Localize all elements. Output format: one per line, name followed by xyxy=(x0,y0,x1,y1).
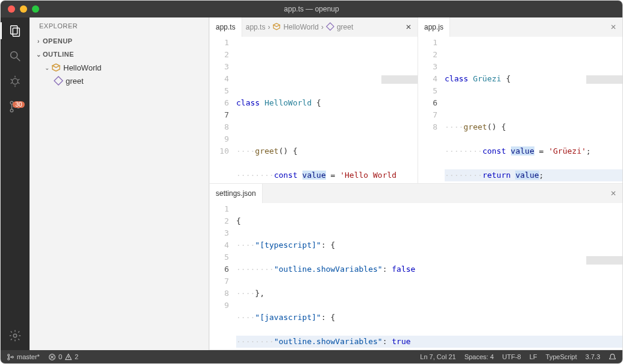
svg-rect-1 xyxy=(13,28,19,36)
chevron-down-icon: ⌄ xyxy=(34,51,43,58)
code-editor[interactable]: 12345678 class Grüezi { ····greet() { ··… xyxy=(418,37,622,184)
tab-actions: ✕ xyxy=(393,23,418,31)
window-title: app.ts — openup xyxy=(284,5,339,13)
maximize-window-button[interactable] xyxy=(32,5,39,13)
method-symbol-icon xyxy=(326,22,334,33)
editor-area: app.ts app.ts › HelloWorld › greet ✕ xyxy=(209,17,622,350)
svg-point-21 xyxy=(11,356,13,358)
chevron-right-icon: › xyxy=(34,38,43,45)
tab-app-ts[interactable]: app.ts xyxy=(210,17,242,37)
tab-bar: settings.json ✕ xyxy=(210,184,622,203)
search-icon[interactable] xyxy=(8,49,22,63)
scm-badge: 30 xyxy=(13,101,24,108)
svg-rect-15 xyxy=(54,77,63,85)
window-controls xyxy=(1,5,39,13)
tab-label: settings.json xyxy=(216,189,256,198)
project-label: OPENUP xyxy=(43,37,72,45)
svg-line-7 xyxy=(18,79,20,80)
problems[interactable]: 0 2 xyxy=(48,353,78,361)
breadcrumb-item: HelloWorld xyxy=(283,23,318,31)
class-symbol-icon xyxy=(51,63,61,72)
tab-label: app.js xyxy=(424,23,443,31)
activity-bar: 30 xyxy=(1,17,30,350)
svg-line-3 xyxy=(17,58,20,61)
editor-pane-settings: settings.json ✕ 123456789 { ····"[typesc… xyxy=(209,184,622,350)
close-window-button[interactable] xyxy=(8,5,15,13)
chevron-right-icon: › xyxy=(321,23,324,31)
code-body[interactable]: class Grüezi { ····greet() { ········con… xyxy=(445,37,622,184)
code-editor[interactable]: 12345678910 class HelloWorld { ····greet… xyxy=(210,37,418,184)
line-gutter: 12345678 xyxy=(418,37,445,184)
line-gutter: 12345678910 xyxy=(210,37,236,184)
explorer-section-outline[interactable]: ⌄ OUTLINE xyxy=(30,48,208,61)
close-icon[interactable]: ✕ xyxy=(610,23,622,31)
debug-icon[interactable] xyxy=(8,74,22,89)
code-body[interactable]: class HelloWorld { ····greet() { ·······… xyxy=(236,37,418,184)
close-icon[interactable]: ✕ xyxy=(405,23,412,31)
svg-rect-16 xyxy=(327,22,334,30)
minimap[interactable] xyxy=(586,75,622,84)
code-editor[interactable]: 123456789 { ····"[typescript]": { ······… xyxy=(210,203,622,350)
method-symbol-icon xyxy=(54,76,63,86)
svg-point-2 xyxy=(11,52,17,58)
encoding[interactable]: UTF-8 xyxy=(502,353,521,360)
cursor-position[interactable]: Ln 7, Col 21 xyxy=(420,353,456,360)
outline-item-label: HelloWorld xyxy=(63,63,101,72)
svg-line-6 xyxy=(11,79,13,80)
eol[interactable]: LF xyxy=(530,353,537,360)
editor-pane-app-ts: app.ts app.ts › HelloWorld › greet ✕ xyxy=(209,17,418,184)
notifications-icon[interactable] xyxy=(609,353,616,361)
svg-line-9 xyxy=(18,83,20,84)
language-mode[interactable]: TypeScript xyxy=(546,353,577,360)
explorer-section-project[interactable]: › OPENUP xyxy=(30,34,208,48)
outline-label: OUTLINE xyxy=(43,51,74,58)
class-symbol-icon xyxy=(272,22,281,33)
branch-label: master* xyxy=(17,353,40,360)
tab-bar: app.ts app.ts › HelloWorld › greet ✕ xyxy=(210,17,418,37)
svg-point-19 xyxy=(8,354,10,356)
tab-settings-json[interactable]: settings.json xyxy=(210,184,263,203)
minimize-window-button[interactable] xyxy=(20,5,27,13)
sidebar: EXPLORER › OPENUP ⌄ OUTLINE ⌄ HelloWorld xyxy=(30,17,209,350)
svg-point-12 xyxy=(10,109,13,112)
minimap[interactable] xyxy=(381,75,418,84)
editor-pane-app-js: app.js ✕ 12345678 class Grüezi { ····gre… xyxy=(418,17,622,184)
titlebar: app.ts — openup xyxy=(1,1,622,17)
statusbar: master* 0 2 Ln 7, Col 21 Spaces: 4 UTF-8… xyxy=(1,350,622,363)
tab-label: app.ts xyxy=(216,23,236,31)
tab-bar: app.js ✕ xyxy=(418,17,622,37)
minimap[interactable] xyxy=(586,256,622,265)
breadcrumb-item: app.ts xyxy=(246,23,266,31)
line-gutter: 123456789 xyxy=(210,203,236,350)
code-body[interactable]: { ····"[typescript]": { ········"outline… xyxy=(236,203,622,350)
svg-rect-0 xyxy=(11,26,17,34)
close-icon[interactable]: ✕ xyxy=(610,189,622,198)
svg-point-14 xyxy=(13,334,17,337)
svg-point-20 xyxy=(8,358,10,360)
git-branch[interactable]: master* xyxy=(7,353,40,361)
svg-line-8 xyxy=(11,83,13,84)
breadcrumb-item: greet xyxy=(337,23,353,31)
chevron-right-icon: › xyxy=(268,23,270,31)
outline-item-class[interactable]: ⌄ HelloWorld xyxy=(30,61,208,74)
indentation[interactable]: Spaces: 4 xyxy=(465,353,494,360)
outline-item-label: greet xyxy=(66,77,84,86)
sidebar-title: EXPLORER xyxy=(30,17,208,34)
typescript-version[interactable]: 3.7.3 xyxy=(586,353,600,360)
tab-app-js[interactable]: app.js xyxy=(418,17,450,37)
error-count: 0 xyxy=(58,353,62,360)
chevron-down-icon: ⌄ xyxy=(43,64,51,71)
svg-point-4 xyxy=(12,78,17,84)
breadcrumb[interactable]: app.ts › HelloWorld › greet xyxy=(242,22,357,33)
warning-count: 2 xyxy=(75,353,78,360)
sidebar-tree: › OPENUP ⌄ OUTLINE ⌄ HelloWorld greet xyxy=(30,34,208,87)
explorer-icon[interactable] xyxy=(8,24,22,38)
settings-gear-icon[interactable] xyxy=(8,328,22,343)
source-control-icon[interactable]: 30 xyxy=(8,99,22,114)
outline-item-method[interactable]: greet xyxy=(30,74,208,87)
